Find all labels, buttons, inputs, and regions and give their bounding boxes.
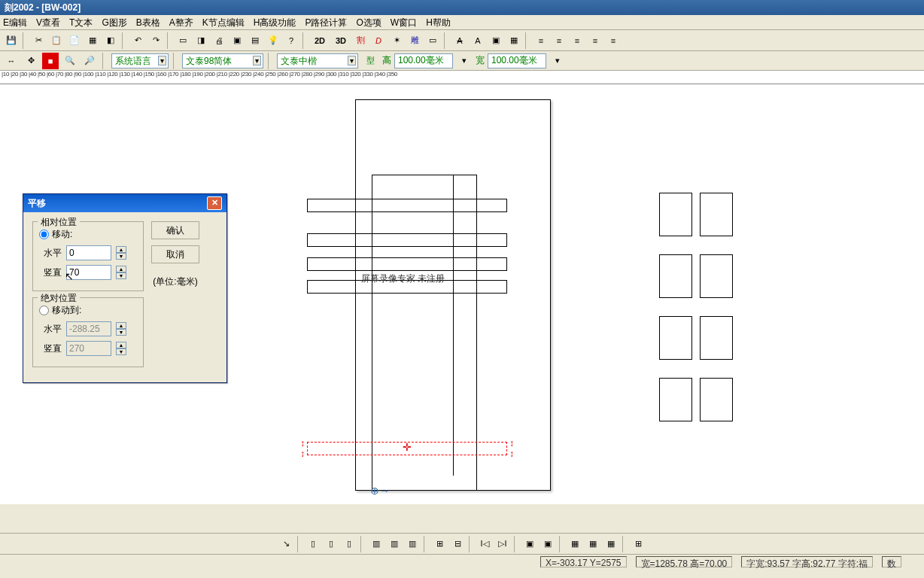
font-combo[interactable]: 文泰98简体 <box>182 53 263 68</box>
bt-12-icon[interactable]: ▣ <box>540 536 556 552</box>
align-r-icon[interactable]: ≡ <box>569 32 585 49</box>
help-icon[interactable]: ? <box>283 32 299 49</box>
menu-path[interactable]: P路径计算 <box>305 17 347 28</box>
menu-edit[interactable]: E编辑 <box>3 17 27 28</box>
align-c-icon[interactable]: ≡ <box>551 32 567 49</box>
mode-2d[interactable]: 2D <box>310 32 330 49</box>
style-combo[interactable]: 文泰中楷 <box>277 53 358 68</box>
menu-options[interactable]: O选项 <box>356 17 381 28</box>
tool-icon[interactable]: ◧ <box>102 32 119 49</box>
dialog-titlebar[interactable]: 平移 ✕ <box>23 194 226 212</box>
tool-d-icon[interactable]: ▤ <box>247 32 263 49</box>
bt-7-icon[interactable]: ⊞ <box>431 536 448 552</box>
v-up-icon[interactable]: ▲ <box>116 266 126 272</box>
tool-a-icon[interactable]: ▭ <box>175 32 191 49</box>
zoom-out-icon[interactable]: 🔎 <box>81 53 98 69</box>
width-input[interactable] <box>488 53 546 68</box>
textfx-b-icon[interactable]: A <box>470 32 486 49</box>
shape-bar-3[interactable] <box>307 257 507 271</box>
save-icon[interactable]: 💾 <box>3 32 20 49</box>
menu-graphic[interactable]: G图形 <box>102 17 126 28</box>
moveto-radio[interactable] <box>39 306 49 315</box>
nav-s-icon[interactable]: ✥ <box>23 53 39 69</box>
bt-8-icon[interactable]: ⊟ <box>449 536 466 552</box>
bt-grid-icon[interactable]: ⊞ <box>630 536 646 552</box>
shape-bar-2[interactable] <box>307 233 507 247</box>
menu-help[interactable]: H帮助 <box>426 17 451 28</box>
textfx-c-icon[interactable]: ▣ <box>488 32 504 49</box>
bt-15-icon[interactable]: ▦ <box>603 536 619 552</box>
ok-button[interactable]: 确认 <box>151 221 199 239</box>
height-input[interactable] <box>394 53 453 68</box>
h2-up-icon[interactable]: ▲ <box>116 322 126 329</box>
menu-table[interactable]: B表格 <box>136 17 160 28</box>
bulb-icon[interactable]: 💡 <box>265 32 281 49</box>
mode-cut[interactable]: 割 <box>352 32 369 49</box>
thumb-3[interactable] <box>659 254 692 298</box>
thumb-6[interactable] <box>700 316 733 360</box>
menu-node[interactable]: K节点编辑 <box>202 17 245 28</box>
textfx-d-icon[interactable]: ▦ <box>506 32 522 49</box>
bt-1-icon[interactable]: ▯ <box>305 536 321 552</box>
align-j-icon[interactable]: ≡ <box>587 32 603 49</box>
paste-icon[interactable]: 📄 <box>66 32 83 49</box>
thumb-7[interactable] <box>659 378 692 421</box>
bt-arrow-icon[interactable]: ↘ <box>278 536 294 552</box>
zoom-fill-icon[interactable]: ■ <box>42 53 59 69</box>
cancel-button[interactable]: 取消 <box>151 245 199 263</box>
thumb-2[interactable] <box>700 193 733 236</box>
menu-view[interactable]: V查看 <box>36 17 60 28</box>
language-combo[interactable]: 系统语言 <box>111 53 169 68</box>
bt-11-icon[interactable]: ▣ <box>521 536 538 552</box>
h2-down-icon[interactable]: ▼ <box>116 329 126 336</box>
textfx-a-icon[interactable]: A <box>451 32 468 49</box>
close-icon[interactable]: ✕ <box>207 196 222 210</box>
bt-2-icon[interactable]: ▯ <box>323 536 339 552</box>
menu-text[interactable]: T文本 <box>69 17 93 28</box>
bt-6-icon[interactable]: ▥ <box>404 536 421 552</box>
redo-icon[interactable]: ↷ <box>147 32 164 49</box>
thumb-1[interactable] <box>659 193 692 236</box>
selected-shape[interactable]: ↕ ↕ ↕ ↕ ✛ <box>307 442 507 455</box>
mode-carve[interactable]: 雕 <box>406 32 423 49</box>
thumb-5[interactable] <box>659 316 692 360</box>
thumb-8[interactable] <box>700 378 733 421</box>
bt-4-icon[interactable]: ▥ <box>368 536 384 552</box>
bt-10-icon[interactable]: ▷I <box>494 536 511 552</box>
menu-window[interactable]: W窗口 <box>391 17 417 28</box>
zoom-in-icon[interactable]: 🔍 <box>62 53 78 69</box>
h-down-icon[interactable]: ▼ <box>116 253 126 260</box>
cut-icon[interactable]: ✂ <box>30 32 47 49</box>
height-dropdown-icon[interactable]: ▾ <box>456 53 473 69</box>
align-x-icon[interactable]: ≡ <box>605 32 622 49</box>
mode-3d[interactable]: 3D <box>331 32 351 49</box>
mode-d[interactable]: D <box>370 32 387 49</box>
copy-icon[interactable]: 📋 <box>48 32 65 49</box>
menu-advanced[interactable]: H高级功能 <box>254 17 296 28</box>
v2-up-icon[interactable]: ▲ <box>116 342 126 348</box>
move-radio[interactable] <box>39 230 49 239</box>
type-button[interactable]: 型 <box>361 53 379 69</box>
undo-icon[interactable]: ↶ <box>129 32 146 49</box>
grid-icon[interactable]: ▦ <box>84 32 101 49</box>
v2-down-icon[interactable]: ▼ <box>116 348 126 355</box>
bt-5-icon[interactable]: ▥ <box>386 536 403 552</box>
v-down-icon[interactable]: ▼ <box>116 272 126 279</box>
align-l-icon[interactable]: ≡ <box>533 32 549 49</box>
bt-9-icon[interactable]: I◁ <box>476 536 493 552</box>
nav-n-icon[interactable]: ↔ <box>3 53 20 69</box>
v-input[interactable] <box>66 265 111 280</box>
thumb-4[interactable] <box>700 254 733 298</box>
width-dropdown-icon[interactable]: ▾ <box>549 53 566 69</box>
bt-14-icon[interactable]: ▦ <box>585 536 601 552</box>
shape-bar-1[interactable] <box>307 199 507 212</box>
tool-b-icon[interactable]: ◨ <box>193 32 209 49</box>
menu-align[interactable]: A整齐 <box>169 17 193 28</box>
bt-13-icon[interactable]: ▦ <box>567 536 583 552</box>
h-up-icon[interactable]: ▲ <box>116 246 126 253</box>
mode-z[interactable]: ▭ <box>424 32 441 49</box>
canvas-workspace[interactable]: ↕ ↕ ↕ ↕ ✛ ⊕→ 屏幕录像专家 未注册 平移 ✕ 相对位置 <box>0 84 924 504</box>
h-input[interactable] <box>66 245 111 260</box>
mode-x[interactable]: ✶ <box>388 32 405 49</box>
tool-c-icon[interactable]: ▣ <box>229 32 245 49</box>
